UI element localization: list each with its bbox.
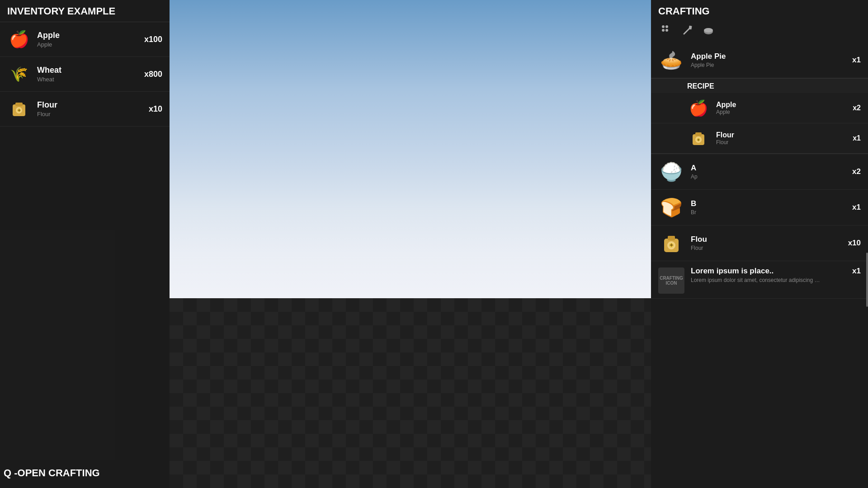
inventory-title: INVENTORY EXAMPLE bbox=[0, 0, 170, 22]
tab-all[interactable] bbox=[658, 22, 675, 39]
apple-pie-name: Apple Pie bbox=[691, 52, 849, 61]
lorem-count: x1 bbox=[852, 267, 861, 276]
crafting-item-bread[interactable]: 🍞 B Br x1 bbox=[651, 190, 868, 225]
bread-info: B Br bbox=[691, 199, 849, 216]
crafting-item-lorem[interactable]: CRAFTINGICON Lorem ipsum is place.. Lore… bbox=[651, 261, 868, 299]
inventory-panel: INVENTORY EXAMPLE 🍎 Apple Apple x100 🌾 W… bbox=[0, 0, 170, 488]
lorem-name: Lorem ipsum is place.. bbox=[691, 267, 849, 276]
svg-point-6 bbox=[665, 25, 668, 28]
inventory-item-wheat[interactable]: 🌾 Wheat Wheat x800 bbox=[0, 57, 170, 92]
scrollbar-thumb[interactable] bbox=[866, 253, 868, 307]
item-a-icon: 🍚 bbox=[658, 159, 684, 185]
recipe-apple-icon: 🍎 bbox=[687, 97, 710, 119]
lorem-desc: Lorem ipsum dolor sit amet, consectetur … bbox=[691, 277, 822, 283]
inventory-items: 🍎 Apple Apple x100 🌾 Wheat Wheat x800 bbox=[0, 22, 170, 127]
crafting-tabs bbox=[651, 22, 868, 42]
svg-rect-19 bbox=[668, 236, 675, 240]
svg-rect-10 bbox=[689, 26, 692, 30]
crafting-flour-name: Flou bbox=[691, 235, 844, 244]
ground-pattern bbox=[170, 298, 651, 488]
item-info: Wheat Wheat bbox=[37, 66, 144, 83]
ground-area bbox=[170, 298, 651, 488]
item-a-info: A Ap bbox=[691, 164, 849, 180]
crafting-item-apple-pie[interactable]: 🥧 Apple Pie Apple Pie x1 bbox=[651, 42, 868, 78]
recipe-apple-subtitle: Apple bbox=[716, 109, 853, 115]
apple-subtitle: Apple bbox=[37, 41, 144, 48]
wheat-icon: 🌾 bbox=[7, 62, 31, 86]
apple-name: Apple bbox=[37, 31, 144, 40]
recipe-flour-name: Flour bbox=[716, 131, 853, 139]
crafting-icon-placeholder: CRAFTINGICON bbox=[658, 267, 684, 294]
recipe-apple-info: Apple Apple bbox=[716, 101, 853, 115]
recipe-ingredient-apple[interactable]: 🍎 Apple Apple x2 bbox=[651, 93, 868, 123]
open-crafting-hint: Q -OPEN CRAFTING bbox=[4, 467, 100, 479]
svg-text:✦: ✦ bbox=[697, 138, 700, 142]
crafting-item-flour[interactable]: ✦ Flou Flour x10 bbox=[651, 225, 868, 261]
crafting-items: 🥧 Apple Pie Apple Pie x1 RECIPE 🍎 Apple … bbox=[651, 42, 868, 488]
svg-text:✦: ✦ bbox=[17, 108, 21, 113]
item-a-name: A bbox=[691, 164, 849, 173]
wheat-subtitle: Wheat bbox=[37, 76, 144, 83]
crafting-item-a[interactable]: 🍚 A Ap x2 bbox=[651, 154, 868, 190]
bread-icon: 🍞 bbox=[658, 194, 684, 221]
apple-icon: 🍎 bbox=[7, 28, 31, 51]
crafting-title: CRAFTING bbox=[651, 0, 868, 22]
flour-count: x10 bbox=[149, 104, 162, 114]
crafting-flour-count: x10 bbox=[848, 239, 861, 248]
svg-text:✦: ✦ bbox=[669, 242, 674, 249]
recipe-flour-info: Flour Flour bbox=[716, 131, 853, 145]
svg-rect-1 bbox=[15, 103, 23, 106]
flour-name: Flour bbox=[37, 100, 149, 110]
svg-point-5 bbox=[662, 25, 665, 28]
crafting-flour-icon: ✦ bbox=[658, 230, 684, 256]
recipe-apple-name: Apple bbox=[716, 101, 853, 109]
item-a-subtitle: Ap bbox=[691, 174, 849, 180]
sky-area bbox=[170, 0, 651, 298]
tab-food[interactable] bbox=[700, 22, 717, 39]
recipe-flour-icon: ✦ bbox=[687, 127, 710, 150]
flour-subtitle: Flour bbox=[37, 111, 149, 117]
recipe-header: RECIPE bbox=[651, 79, 868, 93]
item-a-count: x2 bbox=[852, 167, 861, 176]
game-view bbox=[170, 0, 651, 488]
lorem-info: Lorem ipsum is place.. Lorem ipsum dolor… bbox=[691, 267, 849, 283]
crafting-panel: CRAFTING 🥧 Apple Pie Apple Pie x1 RECIPE bbox=[651, 0, 868, 488]
svg-rect-14 bbox=[695, 132, 702, 136]
bread-subtitle: Br bbox=[691, 209, 849, 216]
recipe-ingredient-flour[interactable]: ✦ Flour Flour x1 bbox=[651, 123, 868, 154]
item-info: Flour Flour bbox=[37, 100, 149, 117]
apple-pie-icon: 🥧 bbox=[658, 47, 684, 73]
inventory-item-apple[interactable]: 🍎 Apple Apple x100 bbox=[0, 22, 170, 57]
bread-count: x1 bbox=[852, 203, 861, 212]
svg-point-8 bbox=[665, 29, 668, 32]
svg-point-12 bbox=[704, 28, 713, 33]
item-info: Apple Apple bbox=[37, 31, 144, 48]
flour-icon: ✦ bbox=[7, 97, 31, 121]
tab-tools[interactable] bbox=[679, 22, 696, 39]
svg-point-7 bbox=[662, 29, 665, 32]
recipe-apple-count: x2 bbox=[853, 104, 861, 112]
recipe-flour-subtitle: Flour bbox=[716, 139, 853, 145]
inventory-item-flour[interactable]: ✦ Flour Flour x10 bbox=[0, 92, 170, 127]
bread-name: B bbox=[691, 199, 849, 208]
wheat-name: Wheat bbox=[37, 66, 144, 75]
apple-count: x100 bbox=[144, 35, 162, 44]
apple-pie-count: x1 bbox=[852, 56, 861, 65]
apple-pie-subtitle: Apple Pie bbox=[691, 62, 849, 68]
crafting-flour-subtitle: Flour bbox=[691, 245, 844, 251]
wheat-count: x800 bbox=[144, 70, 162, 79]
recipe-panel: RECIPE 🍎 Apple Apple x2 ✦ bbox=[651, 78, 868, 154]
apple-pie-info: Apple Pie Apple Pie bbox=[691, 52, 849, 68]
crafting-flour-info: Flou Flour bbox=[691, 235, 844, 251]
recipe-flour-count: x1 bbox=[853, 134, 861, 142]
lorem-icon: CRAFTINGICON bbox=[658, 267, 684, 294]
